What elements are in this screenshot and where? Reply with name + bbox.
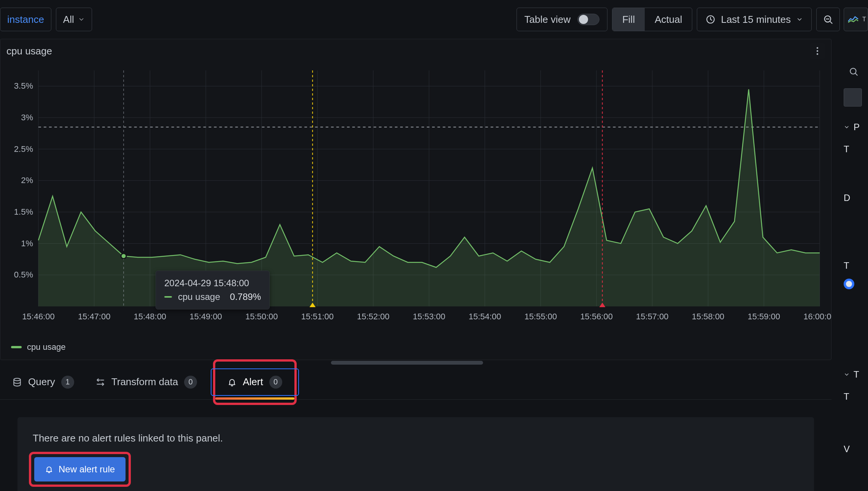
table-view-toggle[interactable]: Table view	[517, 8, 607, 31]
bell-icon	[45, 465, 53, 473]
chart-tooltip: 2024-04-29 15:48:00 cpu usage 0.789%	[156, 271, 270, 309]
chevron-down-icon	[796, 16, 803, 23]
svg-text:15:47:00: 15:47:00	[78, 312, 110, 321]
svg-text:15:55:00: 15:55:00	[525, 312, 557, 321]
fill-actual-segment: Fill Actual	[612, 8, 692, 31]
panel-menu-button[interactable]	[810, 43, 825, 59]
chart-panel: cpu usage 0.5%1%1.5%2%2.5%3%3.5%15:46:00…	[0, 39, 831, 360]
horizontal-scrollbar[interactable]	[0, 361, 831, 365]
switch-icon	[577, 14, 599, 25]
svg-text:16:00:00: 16:00:00	[803, 312, 831, 321]
svg-point-4	[817, 53, 818, 55]
tooltip-series: cpu usage	[178, 292, 220, 302]
transform-icon	[95, 377, 105, 387]
svg-text:3.5%: 3.5%	[14, 81, 33, 91]
timeseries-icon	[848, 16, 858, 23]
tab-alert[interactable]: Alert 0	[218, 365, 291, 400]
variable-value-text: All	[63, 14, 74, 26]
visualization-picker[interactable]: T	[844, 8, 868, 31]
template-variable-value[interactable]: All	[56, 8, 92, 31]
svg-text:15:56:00: 15:56:00	[580, 312, 612, 321]
time-range-text: Last 15 minutes	[721, 14, 791, 26]
tab-alert-label: Alert	[243, 376, 263, 388]
bell-icon	[227, 378, 237, 387]
legend-swatch-icon	[11, 346, 22, 348]
chevron-down-icon	[844, 124, 850, 130]
option-transparent-label: T	[844, 260, 868, 271]
alert-empty-text: There are no alert rules linked to this …	[33, 432, 799, 444]
actual-button[interactable]: Actual	[645, 8, 692, 31]
svg-point-57	[850, 68, 856, 74]
option-tooltip-mode-label: T	[844, 391, 868, 402]
tooltip-value: 0.789%	[230, 292, 261, 302]
highlight-new-alert-rule: New alert rule	[33, 456, 127, 483]
new-alert-rule-button[interactable]: New alert rule	[34, 457, 126, 481]
svg-text:1.5%: 1.5%	[14, 207, 33, 217]
tab-transform-label: Transform data	[111, 376, 178, 388]
panel-header: cpu usage	[0, 39, 831, 63]
tooltip-swatch-icon	[164, 296, 172, 298]
svg-point-2	[817, 47, 818, 49]
svg-point-51	[121, 253, 126, 259]
template-variable-name[interactable]: instance	[0, 8, 51, 31]
section-label: T	[854, 369, 859, 380]
section-label: P	[854, 122, 860, 132]
svg-text:15:52:00: 15:52:00	[357, 312, 389, 321]
kebab-icon	[816, 46, 819, 56]
svg-text:15:57:00: 15:57:00	[636, 312, 668, 321]
option-title-label: T	[844, 144, 868, 155]
tab-transform[interactable]: Transform data 0	[94, 365, 199, 400]
tab-alert-count: 0	[269, 376, 282, 389]
chart-legend[interactable]: cpu usage	[0, 337, 831, 360]
tab-transform-count: 0	[184, 376, 197, 389]
svg-text:15:54:00: 15:54:00	[469, 312, 501, 321]
option-radio[interactable]	[844, 279, 854, 289]
svg-text:15:48:00: 15:48:00	[134, 312, 166, 321]
svg-text:15:58:00: 15:58:00	[692, 312, 724, 321]
time-range-button[interactable]: Last 15 minutes	[697, 8, 812, 31]
zoom-out-button[interactable]	[816, 8, 840, 31]
svg-text:15:49:00: 15:49:00	[189, 312, 222, 321]
svg-point-56	[14, 378, 20, 381]
svg-text:15:59:00: 15:59:00	[748, 312, 780, 321]
section-panel-options[interactable]: P	[844, 122, 868, 132]
svg-text:3%: 3%	[21, 113, 33, 122]
option-description-label: D	[844, 193, 868, 203]
options-sidebar: T P T D T T T V	[844, 0, 868, 491]
alert-empty-card: There are no alert rules linked to this …	[17, 417, 814, 491]
tooltip-timestamp: 2024-04-29 15:48:00	[164, 278, 261, 289]
panel-title: cpu usage	[6, 45, 52, 57]
clock-icon	[706, 14, 715, 24]
search-icon	[849, 67, 858, 77]
database-icon	[12, 377, 22, 387]
chevron-down-icon	[78, 16, 85, 23]
chart-area[interactable]: 0.5%1%1.5%2%2.5%3%3.5%15:46:0015:47:0015…	[0, 63, 831, 337]
fill-button[interactable]: Fill	[612, 8, 645, 31]
tab-query-count: 1	[61, 376, 74, 389]
svg-text:15:46:00: 15:46:00	[22, 312, 54, 321]
chevron-down-icon	[844, 371, 850, 378]
svg-text:15:53:00: 15:53:00	[413, 312, 445, 321]
options-search[interactable]	[844, 62, 863, 81]
variable-name-text: instance	[7, 14, 44, 26]
options-filter-box[interactable]	[844, 88, 862, 107]
legend-label: cpu usage	[27, 342, 66, 352]
svg-text:15:51:00: 15:51:00	[301, 312, 334, 321]
section-tooltip[interactable]: T	[844, 369, 868, 380]
editor-toolbar: instance All Table view Fill Actual Last…	[0, 0, 868, 39]
viz-picker-label: T	[862, 16, 866, 23]
svg-text:15:50:00: 15:50:00	[245, 312, 278, 321]
svg-text:2%: 2%	[21, 175, 33, 185]
svg-text:2.5%: 2.5%	[14, 144, 33, 154]
tab-query-label: Query	[28, 376, 55, 388]
alert-tab-body: There are no alert rules linked to this …	[0, 400, 831, 491]
svg-text:1%: 1%	[21, 239, 33, 248]
highlight-alert-tab: Alert 0	[217, 363, 293, 401]
editor-tabs: Query 1 Transform data 0 Alert 0	[0, 365, 831, 400]
tab-query[interactable]: Query 1	[11, 365, 76, 400]
svg-point-3	[817, 50, 818, 52]
svg-text:0.5%: 0.5%	[14, 270, 33, 279]
table-view-label: Table view	[525, 14, 571, 26]
new-alert-rule-label: New alert rule	[59, 464, 115, 475]
option-values-label: V	[844, 444, 868, 454]
